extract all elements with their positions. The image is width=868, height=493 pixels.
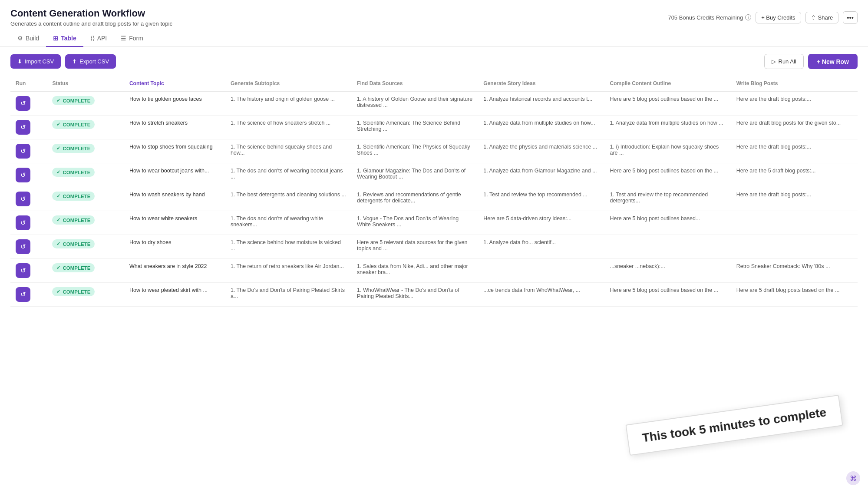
status-cell: ✓COMPLETE	[47, 91, 124, 116]
export-label: Export CSV	[79, 58, 109, 65]
run-row-button[interactable]: ↺	[16, 168, 30, 182]
run-icon: ▷	[772, 58, 776, 65]
sources-cell: 1. Reviews and recommendations of gentle…	[352, 187, 478, 211]
run-row-button[interactable]: ↺	[16, 239, 30, 254]
check-icon: ✓	[56, 193, 60, 199]
outline-cell: Here are 5 blog post outlines based on t…	[605, 283, 731, 307]
topic-cell: How to stretch sneakers	[124, 116, 225, 139]
import-icon: ⬇	[17, 58, 22, 65]
subtopics-cell: 1. The dos and don'ts of wearing white s…	[225, 211, 352, 235]
status-cell: ✓COMPLETE	[47, 116, 124, 139]
more-options-button[interactable]: •••	[843, 11, 858, 24]
subtopics-cell: 1. The science behind squeaky shoes and …	[225, 139, 352, 163]
sources-cell: 1. A history of Golden Goose and their s…	[352, 91, 478, 116]
table-row: ↺✓COMPLETEHow to wear white sneakers1. T…	[10, 211, 858, 235]
col-posts: Write Blog Posts	[731, 76, 858, 91]
story-cell: 1. Analyze data from Glamour Magazine an…	[478, 163, 604, 187]
share-button[interactable]: ⇧ Share	[805, 12, 839, 23]
check-icon: ✓	[56, 265, 60, 271]
col-subtopics: Generate Subtopics	[225, 76, 352, 91]
check-icon: ✓	[56, 217, 60, 223]
run-row-button[interactable]: ↺	[16, 192, 30, 206]
outline-cell	[605, 235, 731, 259]
table-row: ↺✓COMPLETEHow to stop shoes from squeaki…	[10, 139, 858, 163]
check-icon: ✓	[56, 122, 60, 127]
status-badge: ✓COMPLETE	[52, 168, 95, 177]
col-run: Run	[10, 76, 47, 91]
info-icon[interactable]: i	[745, 14, 751, 20]
tab-table[interactable]: ⊞ Table	[46, 30, 83, 47]
status-cell: ✓COMPLETE	[47, 139, 124, 163]
run-row-button[interactable]: ↺	[16, 96, 30, 111]
subtopics-cell: 1. The dos and don'ts of wearing bootcut…	[225, 163, 352, 187]
col-status: Status	[47, 76, 124, 91]
status-badge: ✓COMPLETE	[52, 192, 95, 201]
outline-cell: 1. i) Introduction: Explain how squeaky …	[605, 139, 731, 163]
tab-table-label: Table	[61, 35, 76, 42]
data-table: Run Status Content Topic Generate Subtop…	[10, 76, 858, 307]
outline-cell: Here are 5 blog post outlines based on t…	[605, 163, 731, 187]
credits-info: 705 Bonus Credits Remaining i	[668, 14, 751, 21]
status-cell: ✓COMPLETE	[47, 235, 124, 259]
run-row-button[interactable]: ↺	[16, 144, 30, 159]
status-cell: ✓COMPLETE	[47, 211, 124, 235]
run-cell: ↺	[10, 187, 47, 211]
sources-cell: 1. Sales data from Nike, Adi... and othe…	[352, 259, 478, 283]
run-cell: ↺	[10, 259, 47, 283]
check-icon: ✓	[56, 98, 60, 103]
run-cell: ↺	[10, 139, 47, 163]
status-badge: ✓COMPLETE	[52, 96, 95, 105]
toolbar: ⬇ Import CSV ⬆ Export CSV ▷ Run All + Ne…	[0, 47, 868, 76]
outline-cell: Here are 5 blog post outlines based on t…	[605, 91, 731, 116]
sources-cell: 1. Scientific American: The Physics of S…	[352, 139, 478, 163]
run-row-button[interactable]: ↺	[16, 263, 30, 278]
tab-build[interactable]: ⚙ Build	[10, 30, 46, 47]
buy-credits-button[interactable]: + Buy Credits	[756, 12, 801, 23]
outline-cell: ...sneaker ...neback):...	[605, 259, 731, 283]
run-row-button[interactable]: ↺	[16, 120, 30, 135]
topic-cell: What sneakers are in style 2022	[124, 259, 225, 283]
run-row-button[interactable]: ↺	[16, 287, 30, 302]
sources-cell: Here are 5 relevant data sources for the…	[352, 235, 478, 259]
new-row-button[interactable]: + New Row	[808, 54, 858, 69]
story-cell: 1. Analyze historical records and accoun…	[478, 91, 604, 116]
app-subtitle: Generates a content outline and draft bl…	[10, 20, 172, 27]
story-cell: ...ce trends data from WhoWhatWear, ...	[478, 283, 604, 307]
check-icon: ✓	[56, 146, 60, 151]
subtopics-cell: 1. The best detergents and cleaning solu…	[225, 187, 352, 211]
outline-cell: 1. Test and review the top recommended d…	[605, 187, 731, 211]
export-csv-button[interactable]: ⬆ Export CSV	[65, 54, 116, 69]
story-cell: 1. Test and review the top recommended .…	[478, 187, 604, 211]
toolbar-right: ▷ Run All + New Row	[764, 54, 858, 69]
import-csv-button[interactable]: ⬇ Import CSV	[10, 54, 61, 69]
status-badge: ✓COMPLETE	[52, 239, 95, 248]
status-cell: ✓COMPLETE	[47, 283, 124, 307]
table-row: ↺✓COMPLETEWhat sneakers are in style 202…	[10, 259, 858, 283]
tab-form-label: Form	[129, 35, 143, 42]
table-icon: ⊞	[53, 35, 58, 42]
table-row: ↺✓COMPLETEHow to wash sneakers by hand1.…	[10, 187, 858, 211]
col-sources: Find Data Sources	[352, 76, 478, 91]
outline-cell: Here are 5 blog post outlines based...	[605, 211, 731, 235]
posts-cell: Here are the 5 draft blog posts:...	[731, 163, 858, 187]
status-badge: ✓COMPLETE	[52, 287, 95, 296]
posts-cell: Here are the draft blog posts:...	[731, 91, 858, 116]
story-cell: Here are 5 data-driven story ideas:...	[478, 211, 604, 235]
subtopics-cell: 1. The science behind how moisture is wi…	[225, 235, 352, 259]
run-row-button[interactable]: ↺	[16, 215, 30, 230]
table-wrapper: Run Status Content Topic Generate Subtop…	[0, 76, 868, 317]
api-icon: ⟨⟩	[90, 35, 95, 42]
run-cell: ↺	[10, 235, 47, 259]
story-cell: 1. Analyze data fro... scientif...	[478, 235, 604, 259]
run-all-button[interactable]: ▷ Run All	[764, 54, 804, 69]
tab-api[interactable]: ⟨⟩ API	[83, 30, 114, 47]
posts-cell	[731, 211, 858, 235]
posts-cell: Here are 5 draft blog posts based on the…	[731, 283, 858, 307]
tab-form[interactable]: ☰ Form	[114, 30, 150, 47]
outline-cell: 1. Analyze data from multiple studies on…	[605, 116, 731, 139]
status-cell: ✓COMPLETE	[47, 163, 124, 187]
export-icon: ⬆	[72, 58, 77, 65]
topic-cell: How to wear white sneakers	[124, 211, 225, 235]
run-all-label: Run All	[779, 58, 796, 65]
posts-cell: Retro Sneaker Comeback: Why '80s ...	[731, 259, 858, 283]
